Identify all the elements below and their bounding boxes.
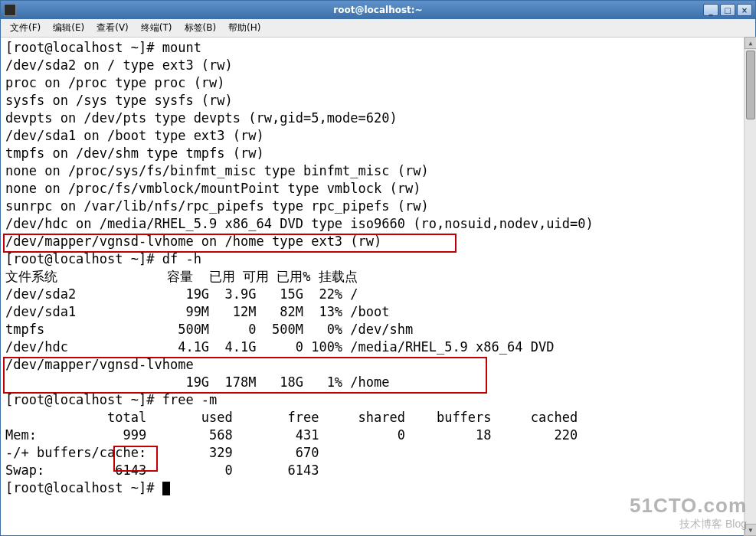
terminal-output[interactable]: [root@localhost ~]# mount/dev/sda2 on / … bbox=[1, 38, 755, 535]
terminal-line: /dev/hdc on /media/RHEL_5.9 x86_64 DVD t… bbox=[5, 215, 751, 233]
terminal-line: /dev/mapper/vgnsd-lvhome on /home type e… bbox=[5, 233, 751, 250]
terminal-line: /dev/sda1 99M 12M 82M 13% /boot bbox=[5, 303, 751, 321]
watermark: 51CTO.com 技术博客 Blog bbox=[630, 494, 747, 531]
terminal-line: Swap: 6143 0 6143 bbox=[5, 462, 751, 479]
terminal-line: sunrpc on /var/lib/nfs/rpc_pipefs type r… bbox=[5, 198, 751, 215]
minimize-button[interactable]: _ bbox=[703, 4, 718, 16]
terminal-line: [root@localhost ~]# df -h bbox=[5, 250, 751, 268]
terminal-line: none on /proc/sys/fs/binfmt_misc type bi… bbox=[5, 162, 751, 180]
menu-edit[interactable]: 编辑(E) bbox=[48, 20, 89, 36]
menubar: 文件(F) 编辑(E) 查看(V) 终端(T) 标签(B) 帮助(H) bbox=[1, 19, 755, 38]
terminal-line: [root@localhost ~]# free -m bbox=[5, 391, 751, 409]
terminal-line: /dev/sda1 on /boot type ext3 (rw) bbox=[5, 127, 751, 145]
watermark-tagline: 技术博客 Blog bbox=[630, 518, 747, 531]
terminal-line: /dev/sda2 on / type ext3 (rw) bbox=[5, 57, 751, 74]
terminal-line: devpts on /dev/pts type devpts (rw,gid=5… bbox=[5, 109, 751, 127]
terminal-line: -/+ buffers/cache: 329 670 bbox=[5, 444, 751, 462]
terminal-line: tmpfs on /dev/shm type tmpfs (rw) bbox=[5, 145, 751, 162]
terminal-line: /dev/hdc 4.1G 4.1G 0 100% /media/RHEL_5.… bbox=[5, 338, 751, 356]
terminal-line: [root@localhost ~]# mount bbox=[5, 39, 751, 57]
terminal-line: total used free shared buffers cached bbox=[5, 409, 751, 427]
menu-file[interactable]: 文件(F) bbox=[5, 20, 45, 36]
titlebar[interactable]: root@localhost:~ _ □ × bbox=[1, 1, 755, 19]
terminal-line: tmpfs 500M 0 500M 0% /dev/shm bbox=[5, 321, 751, 338]
close-button[interactable]: × bbox=[737, 4, 752, 16]
terminal-line: none on /proc/fs/vmblock/mountPoint type… bbox=[5, 180, 751, 198]
terminal-window: root@localhost:~ _ □ × 文件(F) 编辑(E) 查看(V)… bbox=[0, 0, 756, 536]
window-title: root@localhost:~ bbox=[333, 5, 422, 15]
watermark-domain: 51CTO.com bbox=[630, 494, 747, 518]
terminal-line: sysfs on /sys type sysfs (rw) bbox=[5, 92, 751, 109]
cursor bbox=[162, 482, 170, 495]
terminal-line: /dev/sda2 19G 3.9G 15G 22% / bbox=[5, 286, 751, 303]
terminal-icon bbox=[4, 4, 16, 16]
scrollbar[interactable]: ▲ ▼ bbox=[744, 37, 756, 536]
terminal-line: 文件系统 容量 已用 可用 已用% 挂载点 bbox=[5, 268, 751, 286]
scroll-up-button[interactable]: ▲ bbox=[745, 37, 756, 49]
terminal-line: 19G 178M 18G 1% /home bbox=[5, 374, 751, 391]
terminal-line: /dev/mapper/vgnsd-lvhome bbox=[5, 356, 751, 374]
terminal-line: proc on /proc type proc (rw) bbox=[5, 74, 751, 92]
window-controls: _ □ × bbox=[703, 4, 752, 16]
menu-view[interactable]: 查看(V) bbox=[92, 20, 133, 36]
menu-terminal[interactable]: 终端(T) bbox=[136, 20, 177, 36]
scroll-thumb[interactable] bbox=[746, 51, 755, 119]
terminal-line: Mem: 999 568 431 0 18 220 bbox=[5, 427, 751, 444]
maximize-button[interactable]: □ bbox=[720, 4, 735, 16]
menu-tabs[interactable]: 标签(B) bbox=[180, 20, 221, 36]
menu-help[interactable]: 帮助(H) bbox=[224, 20, 265, 36]
